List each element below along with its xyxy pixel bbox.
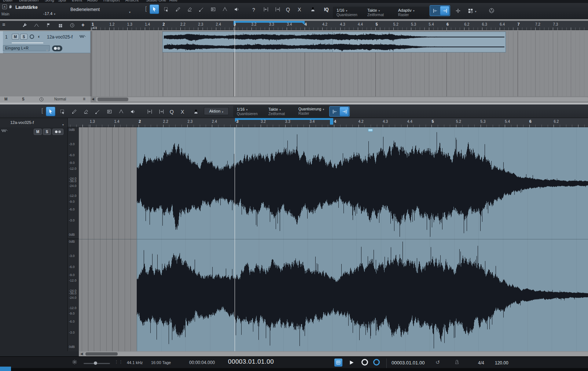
transport-signature[interactable]: 4/4	[478, 360, 484, 366]
timestretch-right-button[interactable]	[273, 4, 282, 14]
quantize-dropdown[interactable]: 1/16 Quantisieren	[334, 7, 364, 18]
position-display[interactable]: 00003.01.01.00	[228, 358, 274, 366]
display-mode-button[interactable]	[334, 359, 342, 367]
waveform-editor[interactable]	[79, 127, 588, 351]
layers-grid-icon[interactable]	[58, 23, 63, 28]
grip-handle-icon[interactable]: ⋮⋮	[114, 360, 123, 364]
audio-event[interactable]	[162, 32, 506, 52]
global-solo-button[interactable]: S	[22, 97, 25, 101]
help-button[interactable]: ?	[252, 7, 255, 13]
snap-relative-button[interactable]	[453, 6, 463, 15]
listedit-tool-button[interactable]	[208, 4, 218, 14]
volume-tool-icon[interactable]: A	[2, 4, 7, 9]
editor-mute-button[interactable]: M	[34, 129, 42, 135]
editor-loop-end-marker[interactable]	[330, 118, 333, 125]
editor-paint-tool-button[interactable]	[93, 107, 102, 116]
global-mute-button[interactable]: M	[4, 97, 7, 101]
paint-tool-button[interactable]	[196, 4, 206, 14]
control-element-dropdown[interactable]: Bedienelement	[70, 7, 100, 12]
editor-arrow-tool-button[interactable]	[46, 107, 55, 116]
track-stereo-toggle[interactable]	[52, 45, 62, 51]
record-button[interactable]	[361, 359, 368, 366]
track-volume-fader[interactable]	[12, 43, 43, 43]
menu-item[interactable]: Transport	[103, 0, 120, 2]
add-track-button[interactable]: +	[81, 22, 85, 28]
time-signature-marker[interactable]: 4/4	[92, 26, 97, 30]
track-name[interactable]: 12a-voc025-f	[47, 34, 73, 40]
metronome-icon[interactable]	[455, 360, 459, 364]
editor-timeformat-dropdown[interactable]: Takte Zeitformat	[266, 106, 295, 117]
menu-item[interactable]: Ansicht	[125, 0, 139, 2]
raster-dropdown[interactable]: Adaptiv Raster	[396, 7, 427, 18]
action-dropdown[interactable]: Aktion	[204, 107, 229, 115]
menu-item[interactable]: Datei	[3, 0, 12, 2]
automation-mode-dropdown[interactable]: Normal	[54, 97, 69, 101]
editor-raster-dropdown[interactable]: Quantisierung Raster	[296, 106, 328, 117]
slider-knob[interactable]	[94, 361, 97, 365]
editor-listen-tool-button[interactable]	[128, 107, 137, 116]
editor-track-caret-icon[interactable]	[61, 121, 64, 127]
menu-item[interactable]: Song	[45, 0, 54, 2]
editor-quantize-dropdown[interactable]: 1/16 Quantisieren	[235, 106, 265, 117]
bend-tool-button[interactable]	[220, 4, 229, 14]
editor-listedit-tool-button[interactable]	[104, 107, 114, 116]
editor-eraser-tool-button[interactable]	[81, 107, 91, 116]
timestretch-left-button[interactable]	[261, 4, 271, 14]
arrange-scroll-left-button[interactable]: ◀	[92, 97, 94, 101]
loop-mode-icon[interactable]: ↺	[436, 359, 440, 365]
editor-marker[interactable]	[368, 129, 373, 132]
tools-wrench-icon[interactable]	[22, 23, 27, 28]
footer-clock-icon[interactable]	[39, 97, 44, 102]
menu-item[interactable]: Audio	[87, 0, 98, 2]
editor-loop-selection[interactable]	[235, 118, 333, 120]
arrange-scrollbar-handle[interactable]	[98, 98, 128, 101]
track-waveform-icon[interactable]	[79, 34, 86, 38]
editor-snap-start-button[interactable]	[330, 107, 339, 116]
melodyne-button[interactable]	[308, 4, 317, 14]
menu-item[interactable]: Bearbeiten	[19, 0, 38, 2]
range-tool-button[interactable]	[161, 4, 171, 14]
editor-range-tool-button[interactable]	[58, 107, 67, 116]
time-secondary[interactable]: 00:00:04.000	[189, 360, 215, 365]
volume-value[interactable]: -17.4	[43, 11, 55, 16]
hand-tool-icon[interactable]	[8, 4, 13, 9]
editor-timestretch-right-button[interactable]	[157, 107, 166, 116]
track-monitor-button[interactable]: ◐	[38, 34, 41, 39]
arrange-scrollbar-track[interactable]	[96, 97, 588, 102]
footer-list-icon[interactable]: ≡	[83, 96, 85, 102]
notification-badge[interactable]	[0, 367, 11, 371]
menu-item[interactable]: Hilfe	[169, 0, 177, 2]
track-mute-button[interactable]: M	[12, 34, 19, 40]
snap-end-button[interactable]	[440, 6, 449, 15]
editor-track-dropdown[interactable]: 12a-voc025-f	[10, 120, 34, 125]
editor-quantize-action-button[interactable]: Q	[170, 109, 174, 115]
editor-pencil-tool-button[interactable]	[69, 107, 79, 116]
editor-scroll-left-button[interactable]: ◀	[80, 352, 83, 356]
editor-stereo-toggle[interactable]	[52, 129, 63, 135]
snap-start-button[interactable]	[430, 6, 440, 15]
menu-item[interactable]: Event	[72, 0, 82, 2]
tape-button[interactable]	[487, 6, 496, 15]
menu-item[interactable]: Studio One	[146, 0, 166, 2]
eraser-tool-button[interactable]	[185, 4, 194, 14]
arrange-loop-selection[interactable]	[234, 21, 305, 23]
tempo-display[interactable]: 120.00	[495, 360, 508, 366]
editor-timestretch-left-button[interactable]	[145, 107, 154, 116]
marker-flag-icon[interactable]	[46, 23, 51, 27]
menu-item[interactable]: Spur	[58, 0, 66, 2]
editor-loop-start-flag[interactable]	[235, 120, 238, 122]
play-button[interactable]	[346, 358, 357, 367]
loop-button[interactable]	[373, 359, 380, 366]
pencil-tool-button[interactable]	[173, 4, 183, 14]
control-element-caret-icon[interactable]	[128, 8, 131, 15]
quantize-action-button[interactable]: Q	[286, 7, 290, 12]
editor-delete-action-button[interactable]: X	[181, 109, 184, 115]
automation-curve-icon[interactable]	[34, 23, 39, 28]
tracklist-menu-icon[interactable]: ≡	[2, 22, 5, 27]
grid-settings-button[interactable]	[465, 6, 479, 15]
editor-snap-end-button[interactable]	[339, 107, 349, 116]
delete-action-button[interactable]: X	[298, 7, 301, 12]
tempo-clock-icon[interactable]	[70, 23, 75, 28]
editor-melodyne-button[interactable]	[191, 107, 201, 116]
editor-solo-button[interactable]: S	[43, 129, 51, 135]
